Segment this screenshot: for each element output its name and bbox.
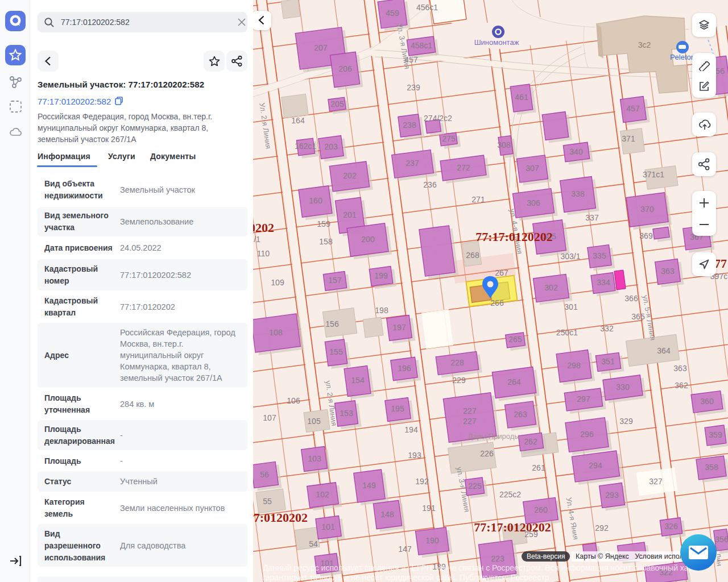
svg-text:155: 155 [329,347,343,356]
svg-text:359: 359 [709,430,722,439]
svg-text:297: 297 [577,394,590,404]
svg-text:262: 262 [524,437,537,446]
svg-text:261: 261 [532,463,545,472]
svg-text:153: 153 [340,409,353,418]
svg-text:371: 371 [622,134,635,143]
svg-text:223: 223 [491,554,504,563]
svg-text:103: 103 [308,454,321,463]
svg-text:108: 108 [269,328,283,337]
svg-text:195: 195 [391,404,404,413]
svg-text:267: 267 [495,268,508,277]
svg-text:102: 102 [316,490,329,499]
svg-text:162с1: 162с1 [295,142,316,151]
svg-text:Дары Природы: Дары Природы [468,432,519,440]
svg-text:293: 293 [605,490,619,500]
svg-text:263: 263 [514,410,527,419]
svg-text:326: 326 [664,522,678,531]
svg-text:340: 340 [569,147,583,156]
svg-text:266: 266 [490,298,504,307]
svg-text:332: 332 [600,324,614,333]
svg-text:225: 225 [468,481,482,490]
svg-text:205: 205 [330,99,344,109]
svg-text:330: 330 [616,383,630,392]
svg-text:193: 193 [408,451,421,460]
svg-text:364: 364 [657,346,671,355]
svg-text:351: 351 [601,357,615,366]
svg-text:228: 228 [450,358,464,367]
svg-text:335: 335 [593,251,606,260]
svg-text:109: 109 [271,278,284,287]
svg-text:306: 306 [527,198,540,207]
svg-text:56: 56 [260,470,269,479]
svg-text:229: 229 [452,376,466,385]
svg-text:457: 457 [626,104,640,113]
svg-text:458с1: 458с1 [411,41,432,50]
svg-text:77:17:0120202: 77:17:0120202 [475,230,553,244]
svg-text:302: 302 [544,283,558,292]
svg-text:0202: 0202 [253,221,274,235]
svg-text:363: 363 [661,267,675,276]
svg-text:7:0120202: 7:0120202 [254,510,308,525]
svg-text:157: 157 [328,276,342,285]
svg-text:190: 190 [425,536,439,545]
svg-text:363: 363 [673,364,687,373]
svg-text:369: 369 [639,231,653,240]
svg-text:191: 191 [422,504,436,513]
svg-text:159: 159 [317,219,330,228]
svg-text:110: 110 [257,249,270,258]
svg-text:149: 149 [362,481,376,490]
svg-text:54: 54 [309,539,318,548]
svg-text:461: 461 [515,93,528,102]
svg-text:гарантирует точность и не несё: гарантирует точность и не несёт юридичес… [263,573,549,582]
svg-text:459: 459 [386,9,399,18]
svg-text:/1: /1 [254,235,260,244]
svg-text:198: 198 [375,306,388,315]
svg-text:237: 237 [406,159,419,168]
svg-text:154: 154 [351,376,365,385]
svg-text:456с1: 456с1 [416,3,438,12]
svg-text:238: 238 [403,120,416,130]
svg-text:77: 77 [714,256,727,271]
svg-text:334: 334 [597,278,610,287]
svg-text:192: 192 [415,477,429,486]
svg-text:268: 268 [466,251,479,260]
svg-text:236: 236 [423,180,437,189]
svg-text:294: 294 [589,461,602,470]
svg-text:307: 307 [526,164,539,173]
svg-text:272: 272 [457,163,470,172]
svg-text:337: 337 [585,213,599,222]
svg-text:156: 156 [325,319,339,329]
svg-text:360: 360 [700,397,714,406]
svg-text:250с1: 250с1 [556,328,578,337]
svg-text:201: 201 [343,210,357,219]
svg-text:308: 308 [497,140,511,149]
svg-text:274/2с2: 274/2с2 [424,114,452,123]
svg-text:164: 164 [291,116,305,125]
svg-text:329: 329 [619,417,633,426]
svg-text:Шиномонтаж: Шиномонтаж [474,38,519,47]
svg-text:260: 260 [534,505,548,514]
svg-text:203: 203 [324,142,338,151]
svg-text:275: 275 [442,134,456,143]
svg-text:206: 206 [338,64,352,73]
svg-text:327: 327 [649,477,663,486]
svg-text:358: 358 [705,463,718,472]
svg-text:226: 226 [480,449,494,458]
svg-text:227: 227 [463,406,477,415]
svg-text:147: 147 [398,544,412,554]
svg-text:225с2: 225с2 [499,490,521,499]
svg-text:271: 271 [471,195,485,204]
svg-text:148: 148 [380,510,394,519]
svg-text:370: 370 [640,205,654,214]
svg-text:207: 207 [314,43,328,52]
svg-text:3с2: 3с2 [638,40,651,49]
svg-text:296: 296 [580,430,594,439]
svg-text:106: 106 [287,396,300,405]
svg-text:301: 301 [564,302,578,311]
svg-text:Данный ресурс использует сведе: Данный ресурс использует сведения из ЕГР… [263,563,693,572]
svg-text:194: 194 [404,425,418,434]
svg-text:362: 362 [675,381,688,390]
svg-text:338: 338 [571,189,585,198]
svg-text:202: 202 [343,171,357,180]
svg-text:356: 356 [715,535,728,544]
